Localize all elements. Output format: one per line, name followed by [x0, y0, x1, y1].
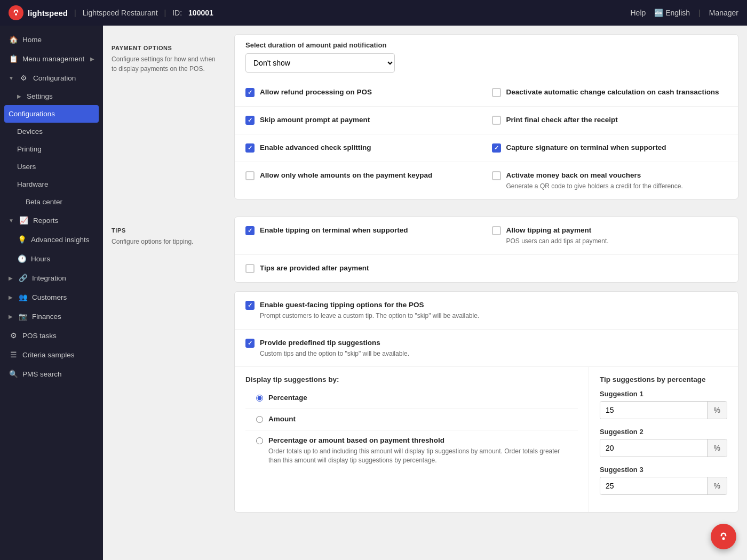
- topbar-right: Help 🔤 English | Manager: [630, 9, 738, 17]
- label-whole[interactable]: Allow only whole amounts on the payment …: [260, 171, 432, 181]
- pct-symbol-3: %: [707, 477, 727, 494]
- brand-name: lightspeed: [28, 9, 68, 18]
- checkbox-moneyback[interactable]: [492, 171, 501, 180]
- label-guest-facing[interactable]: Enable guest-facing tipping options for …: [260, 300, 479, 310]
- radio-pct-or-amount: Percentage or amount based on payment th…: [245, 430, 578, 470]
- checkbox-predefined[interactable]: [245, 339, 255, 348]
- label-refund[interactable]: Allow refund processing on POS: [260, 87, 372, 98]
- checkbox-guest-facing[interactable]: [245, 301, 255, 310]
- sidebar-item-home[interactable]: 🏠 Home: [0, 30, 103, 49]
- sidebar-item-hardware[interactable]: Hardware: [0, 175, 103, 193]
- sidebar-item-configurations[interactable]: Configurations: [4, 105, 99, 123]
- sidebar-item-customers[interactable]: ▶ 👥 Customers: [0, 287, 103, 307]
- sidebar-item-integration[interactable]: ▶ 🔗 Integration: [0, 268, 103, 287]
- label-splitting[interactable]: Enable advanced check splitting: [260, 143, 371, 153]
- criteria-icon: ☰: [9, 350, 18, 359]
- sidebar-item-beta[interactable]: Beta center: [0, 193, 103, 211]
- tip-suggestion-1: Suggestion 1 %: [600, 390, 727, 419]
- checkbox-deactivate[interactable]: [492, 88, 501, 97]
- radio-input-amount[interactable]: [256, 416, 263, 423]
- sidebar-item-reports[interactable]: ▼ 📈 Reports: [0, 211, 103, 230]
- bulb-icon: 💡: [17, 235, 27, 244]
- sidebar-users-label: Users: [17, 163, 36, 171]
- label-allow-tipping[interactable]: Allow tipping at payment: [506, 226, 609, 236]
- tip-suggestion-2: Suggestion 2 %: [600, 428, 727, 457]
- option-row-tips-after: Tips are provided after payment: [235, 255, 738, 282]
- sidebar-item-users[interactable]: Users: [0, 158, 103, 175]
- label-amount[interactable]: Amount: [268, 414, 296, 425]
- manager-label[interactable]: Manager: [709, 9, 738, 17]
- sidebar-item-devices[interactable]: Devices: [0, 123, 103, 140]
- tips-suggestions-right: Tip suggestions by percentage Suggestion…: [589, 367, 738, 512]
- menu-icon: 📋: [9, 54, 18, 63]
- label-print[interactable]: Print final check after the receipt: [506, 115, 618, 125]
- checkbox-print[interactable]: [492, 116, 501, 125]
- suggestion2-input[interactable]: [600, 439, 707, 457]
- pct-symbol-1: %: [707, 402, 727, 419]
- sidebar-item-menu-management[interactable]: 📋 Menu management ▶: [0, 49, 103, 68]
- checkbox-enable-tipping[interactable]: [245, 226, 255, 235]
- suggestion3-label: Suggestion 3: [600, 466, 727, 474]
- sidebar-item-advanced-insights[interactable]: 💡 Advanced insights: [0, 230, 103, 249]
- pms-icon: 🔍: [9, 369, 18, 379]
- checkbox-allow-tipping[interactable]: [492, 226, 501, 235]
- lang-label: English: [665, 9, 690, 17]
- label-enable-tipping[interactable]: Enable tipping on terminal when supporte…: [260, 226, 408, 236]
- label-signature[interactable]: Capture signature on terminal when suppo…: [506, 143, 666, 153]
- sidebar-item-finances[interactable]: ▶ 📷 Finances: [0, 307, 103, 326]
- main-content: PAYMENT OPTIONS Configure settings for h…: [103, 26, 747, 560]
- tips-display-left: Display tip suggestions by: Percentage: [235, 367, 589, 512]
- option-col-refund: Allow refund processing on POS: [245, 87, 481, 98]
- checkbox-refund[interactable]: [245, 88, 255, 97]
- tips-display-grid: Display tip suggestions by: Percentage: [235, 367, 738, 512]
- sidebar-item-hours[interactable]: 🕐 Hours: [0, 249, 103, 268]
- sidebar-hours-label: Hours: [31, 255, 50, 263]
- sidebar-item-pos-tasks[interactable]: ⚙ POS tasks: [0, 326, 103, 345]
- label-predefined[interactable]: Provide predefined tip suggestions: [260, 338, 409, 348]
- option-col-enable-tipping: Enable tipping on terminal when supporte…: [245, 226, 481, 236]
- checkbox-splitting[interactable]: [245, 143, 255, 153]
- checkbox-skip[interactable]: [245, 116, 255, 125]
- suggestions-label: Tip suggestions by percentage: [600, 375, 727, 383]
- radio-input-pct-or-amount[interactable]: [256, 437, 263, 444]
- label-pct-or-amount[interactable]: Percentage or amount based on payment th…: [268, 436, 567, 446]
- option-row-whole: Allow only whole amounts on the payment …: [235, 162, 738, 199]
- customers-icon: 👥: [18, 292, 28, 302]
- checkbox-signature[interactable]: [492, 143, 501, 153]
- option-col-predefined: Provide predefined tip suggestions Custo…: [245, 338, 727, 358]
- sidebar-item-configuration[interactable]: ▼ ⚙ Configuration: [0, 68, 103, 87]
- label-deactivate[interactable]: Deactivate automatic change calculation …: [506, 87, 719, 98]
- suggestion3-input[interactable]: [600, 477, 707, 494]
- help-link[interactable]: Help: [630, 9, 646, 17]
- suggestion2-input-wrap: %: [600, 439, 727, 457]
- label-tips-after[interactable]: Tips are provided after payment: [260, 263, 369, 274]
- brand: lightspeed: [9, 5, 68, 20]
- notification-select[interactable]: Don't show 1 second 2 seconds 3 seconds …: [245, 53, 395, 73]
- checkbox-whole[interactable]: [245, 171, 255, 180]
- option-col-allow-tipping: Allow tipping at payment POS users can a…: [492, 226, 728, 246]
- lang-selector[interactable]: 🔤 English: [654, 9, 690, 17]
- label-skip[interactable]: Skip amount prompt at payment: [260, 115, 370, 125]
- sidebar-menu-label: Menu management: [22, 55, 84, 63]
- radio-input-percentage[interactable]: [256, 395, 263, 402]
- checkbox-tips-after[interactable]: [245, 264, 255, 273]
- sidebar-configurations-label: Configurations: [9, 110, 55, 118]
- config-icon: ⚙: [19, 73, 29, 83]
- sidebar-insights-label: Advanced insights: [31, 236, 90, 244]
- sidebar-item-printing[interactable]: Printing: [0, 140, 103, 158]
- label-percentage[interactable]: Percentage: [268, 393, 307, 403]
- payment-options-info: PAYMENT OPTIONS Configure settings for h…: [112, 34, 234, 208]
- option-col-guest-facing: Enable guest-facing tipping options for …: [245, 300, 727, 321]
- sidebar-devices-label: Devices: [17, 127, 43, 135]
- sidebar-item-settings[interactable]: ▶ Settings: [0, 87, 103, 105]
- radio-percentage: Percentage: [245, 388, 578, 409]
- sidebar-config-label: Configuration: [33, 74, 76, 82]
- fab-button[interactable]: [711, 524, 736, 549]
- sidebar-item-pms[interactable]: 🔍 PMS search: [0, 364, 103, 383]
- chevron-down-icon: ▼: [9, 75, 14, 81]
- tips-card-2: Enable guest-facing tipping options for …: [234, 291, 738, 513]
- sidebar-item-criteria[interactable]: ☰ Criteria samples: [0, 345, 103, 364]
- label-moneyback[interactable]: Activate money back on meal vouchers: [506, 171, 683, 181]
- chevron-right-icon-integration: ▶: [9, 275, 13, 281]
- suggestion1-input[interactable]: [600, 402, 707, 419]
